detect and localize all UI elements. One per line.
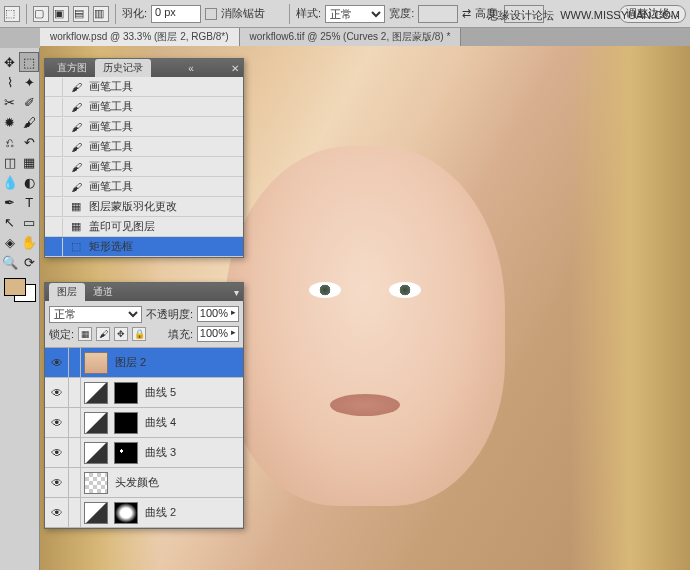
visibility-toggle[interactable]: 👁 xyxy=(45,468,69,497)
mask-thumbnail[interactable] xyxy=(114,442,138,464)
adjustment-thumbnail[interactable] xyxy=(84,442,108,464)
layer-row[interactable]: 👁曲线 2 xyxy=(45,498,243,528)
history-item[interactable]: 🖌画笔工具 xyxy=(45,97,243,117)
width-label: 宽度: xyxy=(389,6,414,21)
dodge-tool[interactable]: ◐ xyxy=(20,172,40,192)
layer-row[interactable]: 👁曲线 5 xyxy=(45,378,243,408)
eraser-tool[interactable]: ◫ xyxy=(0,152,20,172)
tab-doc-2[interactable]: workflow6.tif @ 25% (Curves 2, 图层蒙版/8) * xyxy=(240,28,462,46)
minimize-icon[interactable]: « xyxy=(188,63,194,74)
crop-tool[interactable]: ✂ xyxy=(0,92,20,112)
history-icon: 🖌 xyxy=(69,140,83,154)
zoom-tool[interactable]: 🔍 xyxy=(0,252,20,272)
history-panel: 直方图 历史记录 « ✕ 🖌画笔工具🖌画笔工具🖌画笔工具🖌画笔工具🖌画笔工具🖌画… xyxy=(44,58,244,258)
layer-name: 头发颜色 xyxy=(111,475,159,490)
history-brush-tool[interactable]: ↶ xyxy=(20,132,40,152)
layer-thumbnail[interactable] xyxy=(84,472,108,494)
history-item[interactable]: 🖌画笔工具 xyxy=(45,77,243,97)
history-label: 画笔工具 xyxy=(89,139,133,154)
wand-tool[interactable]: ✦ xyxy=(20,72,40,92)
add-selection-icon[interactable]: ▣ xyxy=(53,6,69,22)
history-label: 画笔工具 xyxy=(89,99,133,114)
tab-layers[interactable]: 图层 xyxy=(49,283,85,301)
history-label: 画笔工具 xyxy=(89,119,133,134)
hand-tool[interactable]: ✋ xyxy=(20,232,40,252)
marquee-tool[interactable]: ⬚ xyxy=(19,52,39,72)
layer-row[interactable]: 👁曲线 4 xyxy=(45,408,243,438)
lock-label: 锁定: xyxy=(49,327,74,342)
close-icon[interactable]: ✕ xyxy=(231,63,239,74)
visibility-toggle[interactable]: 👁 xyxy=(45,408,69,437)
watermark: 思缘设计论坛 WWW.MISSYUAN.COM xyxy=(488,8,680,23)
stamp-tool[interactable]: ⎌ xyxy=(0,132,20,152)
antialias-label: 消除锯齿 xyxy=(221,6,265,21)
history-item[interactable]: ▦盖印可见图层 xyxy=(45,217,243,237)
mask-thumbnail[interactable] xyxy=(114,502,138,524)
mask-thumbnail[interactable] xyxy=(114,412,138,434)
pen-tool[interactable]: ✒ xyxy=(0,192,20,212)
color-swatches[interactable] xyxy=(4,278,36,302)
rotate-tool[interactable]: ⟳ xyxy=(20,252,40,272)
marquee-tool-icon[interactable]: ⬚ xyxy=(4,6,20,22)
3d-tool[interactable]: ◈ xyxy=(0,232,20,252)
eyedropper-tool[interactable]: ✐ xyxy=(20,92,40,112)
history-item[interactable]: 🖌画笔工具 xyxy=(45,137,243,157)
blend-mode-select[interactable]: 正常 xyxy=(49,306,142,323)
intersect-selection-icon[interactable]: ▥ xyxy=(93,6,109,22)
lock-transparent-icon[interactable]: ▦ xyxy=(78,327,92,341)
visibility-toggle[interactable]: 👁 xyxy=(45,438,69,467)
history-item[interactable]: ▦图层蒙版羽化更改 xyxy=(45,197,243,217)
visibility-toggle[interactable]: 👁 xyxy=(45,378,69,407)
layer-name: 曲线 5 xyxy=(141,385,176,400)
visibility-toggle[interactable]: 👁 xyxy=(45,498,69,527)
layer-row[interactable]: 👁头发颜色 xyxy=(45,468,243,498)
layer-row[interactable]: 👁图层 2 xyxy=(45,348,243,378)
history-icon: ⬚ xyxy=(69,240,83,254)
adjustment-thumbnail[interactable] xyxy=(84,412,108,434)
feather-label: 羽化: xyxy=(122,6,147,21)
opacity-label: 不透明度: xyxy=(146,307,193,322)
antialias-checkbox[interactable] xyxy=(205,8,217,20)
adjustment-thumbnail[interactable] xyxy=(84,382,108,404)
history-label: 盖印可见图层 xyxy=(89,219,155,234)
fill-input[interactable]: 100% xyxy=(197,326,239,342)
new-selection-icon[interactable]: ▢ xyxy=(33,6,49,22)
history-item[interactable]: 🖌画笔工具 xyxy=(45,117,243,137)
blur-tool[interactable]: 💧 xyxy=(0,172,20,192)
subtract-selection-icon[interactable]: ▤ xyxy=(73,6,89,22)
layer-row[interactable]: 👁曲线 3 xyxy=(45,438,243,468)
visibility-toggle[interactable]: 👁 xyxy=(45,348,69,377)
adjustment-thumbnail[interactable] xyxy=(84,502,108,524)
lasso-tool[interactable]: ⌇ xyxy=(0,72,20,92)
layer-thumbnail[interactable] xyxy=(84,352,108,374)
tab-channels[interactable]: 通道 xyxy=(85,283,121,301)
tab-history[interactable]: 历史记录 xyxy=(95,59,151,77)
opacity-input[interactable]: 100% xyxy=(197,306,239,322)
tab-histogram[interactable]: 直方图 xyxy=(49,59,95,77)
brush-tool[interactable]: 🖌 xyxy=(20,112,40,132)
width-input xyxy=(418,5,458,23)
history-label: 图层蒙版羽化更改 xyxy=(89,199,177,214)
history-label: 矩形选框 xyxy=(89,239,133,254)
swap-icon[interactable]: ⇄ xyxy=(462,7,471,20)
style-select[interactable]: 正常 xyxy=(325,5,385,23)
history-item[interactable]: ⬚矩形选框 xyxy=(45,237,243,257)
mask-thumbnail[interactable] xyxy=(114,382,138,404)
tab-doc-1[interactable]: workflow.psd @ 33.3% (图层 2, RGB/8*) xyxy=(40,28,240,46)
move-tool[interactable]: ✥ xyxy=(0,52,19,72)
history-item[interactable]: 🖌画笔工具 xyxy=(45,177,243,197)
panel-menu-icon[interactable]: ▾ xyxy=(234,287,239,298)
shape-tool[interactable]: ▭ xyxy=(20,212,40,232)
lock-position-icon[interactable]: ✥ xyxy=(114,327,128,341)
history-icon: 🖌 xyxy=(69,120,83,134)
heal-tool[interactable]: ✹ xyxy=(0,112,20,132)
feather-input[interactable]: 0 px xyxy=(151,5,201,23)
history-item[interactable]: 🖌画笔工具 xyxy=(45,157,243,177)
lock-pixels-icon[interactable]: 🖌 xyxy=(96,327,110,341)
lock-all-icon[interactable]: 🔒 xyxy=(132,327,146,341)
history-icon: ▦ xyxy=(69,200,83,214)
gradient-tool[interactable]: ▦ xyxy=(20,152,40,172)
document-tabs: workflow.psd @ 33.3% (图层 2, RGB/8*) work… xyxy=(40,28,690,46)
type-tool[interactable]: T xyxy=(20,192,40,212)
path-tool[interactable]: ↖ xyxy=(0,212,20,232)
